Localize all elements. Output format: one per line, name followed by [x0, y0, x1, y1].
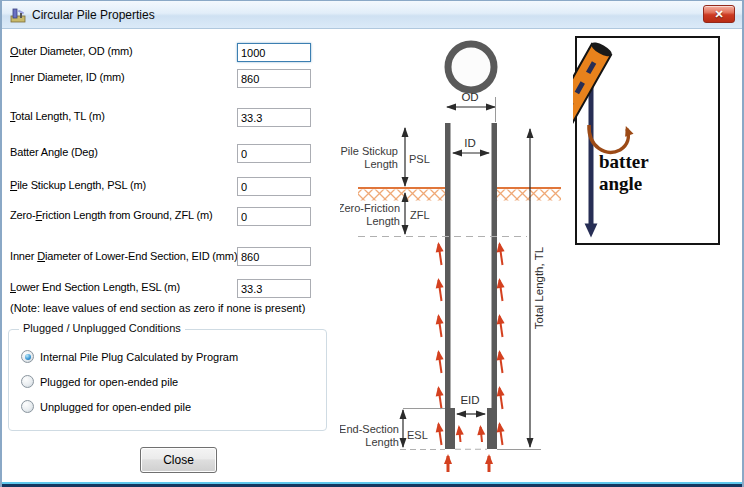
batter-text-line2: angle [599, 173, 642, 194]
batter-angle-illustration: batter angle [573, 34, 723, 246]
od-input[interactable] [237, 43, 311, 62]
psl-dim-label: PSL [409, 153, 430, 165]
eid-input[interactable] [237, 247, 311, 266]
radio-unplugged-label: Unplugged for open-ended pile [40, 401, 191, 413]
esl-input[interactable] [237, 279, 311, 298]
batter-angle-label: Batter Angle (Deg) [10, 146, 98, 158]
stickup-caption-1: Pile Stickup [341, 145, 398, 157]
total-length-label: Total Length, TL [533, 246, 545, 329]
option-plugged[interactable]: Plugged for open-ended pile [21, 374, 178, 389]
titlebar: Circular Pile Properties ✕ [2, 1, 742, 29]
app-icon [10, 7, 26, 23]
end-section-caption-2: Length [365, 436, 399, 448]
esl-dim-label: ESL [407, 429, 428, 441]
zero-friction-caption-2: Length [366, 215, 400, 227]
esl-label: Lower End Section Length, ESL (m) [10, 281, 180, 293]
option-unplugged[interactable]: Unplugged for open-ended pile [21, 399, 191, 414]
end-bearing-arrows [448, 456, 489, 472]
psl-input[interactable] [237, 177, 311, 196]
id-label: Inner Diameter, ID (mm) [10, 71, 125, 83]
stickup-caption-2: Length [364, 158, 398, 170]
batter-angle-input[interactable] [237, 144, 311, 163]
eid-dim-label: EID [460, 394, 479, 406]
close-window-button[interactable]: ✕ [703, 5, 735, 23]
end-section-caption-1: End-Section [340, 423, 399, 435]
zero-friction-caption-1: Zero-Friction [340, 202, 400, 214]
id-input[interactable] [237, 69, 311, 88]
id-dim-label: ID [464, 137, 476, 149]
pile-diagram: OD ID Pile Stickup Length PSL [340, 31, 570, 481]
dialog-window: Circular Pile Properties ✕ Outer Diamete… [0, 0, 744, 487]
plug-conditions-groupbox: Plugged / Unplugged Conditions Internal … [8, 329, 327, 431]
psl-label: Pile Stickup Length, PSL (m) [10, 179, 146, 191]
note-text: (Note: leave values of end section as ze… [10, 302, 305, 314]
close-icon: ✕ [714, 8, 723, 20]
eid-label: Inner Diameter of Lower-End Section, EID… [10, 250, 237, 262]
od-dim-label: OD [461, 91, 478, 103]
zfl-label: Zero-Friction Length from Ground, ZFL (m… [10, 209, 213, 221]
window-title: Circular Pile Properties [32, 8, 155, 22]
zfl-input[interactable] [237, 207, 311, 226]
tl-input[interactable] [237, 108, 311, 127]
option-internal-plug[interactable]: Internal Pile Plug Calculated by Program [21, 349, 238, 364]
radio-plugged[interactable] [21, 375, 34, 388]
tl-label: Total Length, TL (m) [10, 110, 105, 122]
groupbox-title: Plugged / Unplugged Conditions [19, 322, 185, 334]
radio-unplugged[interactable] [21, 400, 34, 413]
dialog-content: Outer Diameter, OD (mm) Inner Diameter, … [2, 29, 742, 482]
od-label: Outer Diameter, OD (mm) [10, 45, 132, 57]
pile-cross-section-circle [448, 44, 494, 90]
radio-internal-plug-label: Internal Pile Plug Calculated by Program [40, 351, 238, 363]
radio-internal-plug[interactable] [21, 350, 34, 363]
zfl-dim-label: ZFL [410, 209, 430, 221]
radio-plugged-label: Plugged for open-ended pile [40, 376, 178, 388]
batter-text-line1: batter [599, 151, 649, 172]
close-button[interactable]: Close [140, 447, 217, 473]
